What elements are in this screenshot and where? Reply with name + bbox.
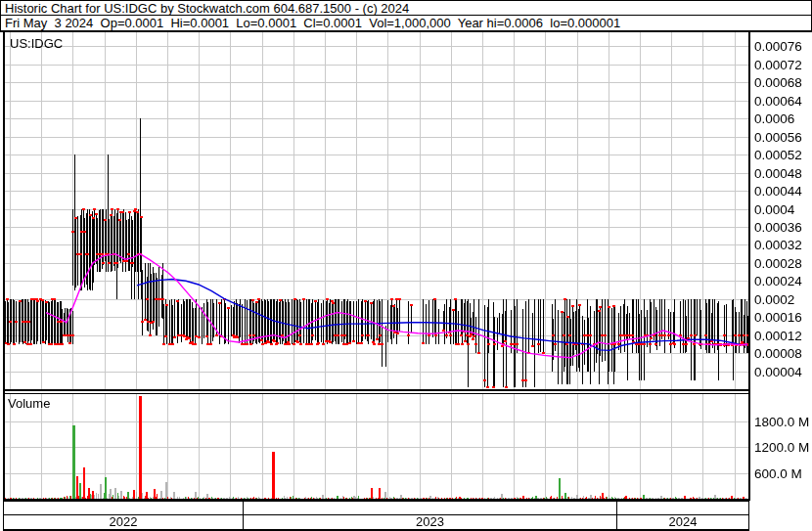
volume-axis-tick: 600.0 M xyxy=(754,466,802,481)
price-axis-tick: 0.00008 xyxy=(754,346,802,361)
price-axis-tick: 0.00056 xyxy=(754,130,802,145)
price-axis-tick: 0.00052 xyxy=(754,148,802,162)
price-axis-tick: 0.00036 xyxy=(754,220,802,235)
price-axis-tick: 0.00032 xyxy=(754,238,802,252)
volume-axis-tick: 1800.0 M xyxy=(754,415,809,429)
year-cell-2023: 2023 xyxy=(243,514,617,531)
price-axis-tick: 0.00076 xyxy=(754,39,802,54)
symbol-label: US:IDGC xyxy=(10,36,63,51)
chart-header: Historic Chart for US:IDGC by Stockwatch… xyxy=(0,0,812,31)
price-axis-tick: 0.00064 xyxy=(754,94,802,109)
price-axis-tick: 0.00024 xyxy=(754,274,802,288)
month-row-cell xyxy=(616,501,749,515)
quote-summary-line: Fri May 3 2024 Op=0.0001 Hi=0.0001 Lo=0.… xyxy=(1,16,811,29)
price-axis-tick: 0.0004 xyxy=(754,202,794,217)
price-axis-tick: 0.00012 xyxy=(754,329,802,343)
price-axis-tick: 0.0002 xyxy=(754,292,794,307)
year-cell-2022: 2022 xyxy=(3,514,244,531)
stockwatch-historic-chart-window: Historic Chart for US:IDGC by Stockwatch… xyxy=(0,0,812,531)
price-axis-tick: 0.00004 xyxy=(754,365,802,379)
price-axis-tick: 0.00044 xyxy=(754,184,802,199)
price-axis-tick: 0.00072 xyxy=(754,58,802,72)
volume-pane-label: Volume xyxy=(8,396,50,411)
month-row-cell xyxy=(243,501,617,515)
price-volume-chart-canvas xyxy=(0,0,812,531)
year-cell-2024: 2024 xyxy=(616,514,749,531)
chart-title: Historic Chart for US:IDGC by Stockwatch… xyxy=(1,1,811,16)
price-axis-tick: 0.00016 xyxy=(754,310,802,325)
price-axis-tick: 0.00068 xyxy=(754,75,802,90)
price-axis-tick: 0.0006 xyxy=(754,111,794,126)
month-row-cell xyxy=(3,501,244,515)
time-axis: 202220232024 xyxy=(3,501,752,531)
price-axis-tick: 0.00048 xyxy=(754,166,802,181)
volume-axis-tick: 1200.0 M xyxy=(754,440,809,455)
price-axis-tick: 0.00028 xyxy=(754,256,802,271)
